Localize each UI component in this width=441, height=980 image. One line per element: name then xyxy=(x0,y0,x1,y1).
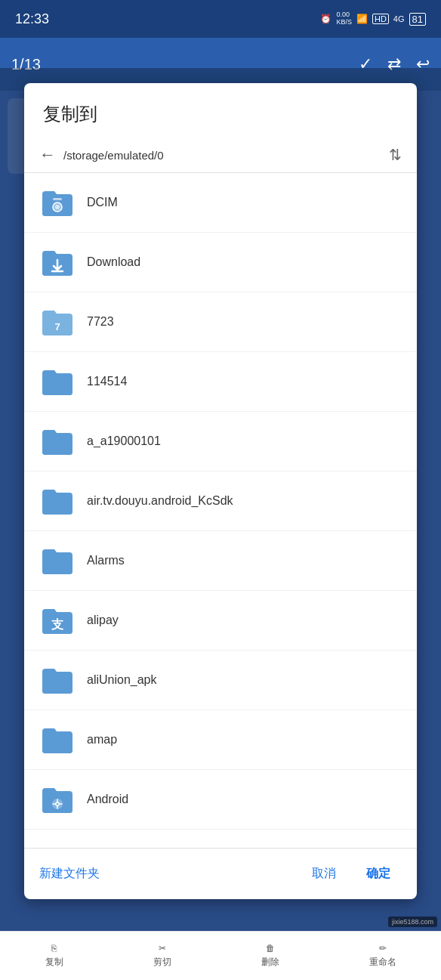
copy-label: 复制 xyxy=(45,956,63,969)
alarm-icon: ⏰ xyxy=(320,14,332,24)
folder-icon-7723: 7 xyxy=(39,304,76,340)
pencil-icon: ✏ xyxy=(379,943,387,954)
folder-name-7723: 7723 xyxy=(87,315,114,329)
folder-name-aliunion: aliUnion_apk xyxy=(87,673,157,687)
modal-overlay: 复制到 ← /storage/emulated/0 ⇅ xyxy=(0,68,441,931)
status-bar: 12:33 ⏰ 0.00KB/S 📶 HD 4G 81 xyxy=(0,0,441,38)
bottom-bar-copy[interactable]: ⎘ 复制 xyxy=(45,943,63,969)
cancel-button[interactable]: 取消 xyxy=(301,860,347,888)
modal-title: 复制到 xyxy=(24,83,417,138)
battery-icon: 81 xyxy=(409,13,426,26)
folder-name-114514: 114514 xyxy=(87,375,127,388)
folder-name-alipay: alipay xyxy=(87,614,119,627)
cut-label: 剪切 xyxy=(153,956,171,969)
folder-name-airtv: air.tv.douyu.android_KcSdk xyxy=(87,494,233,508)
folder-item-aa19000101[interactable]: a_a19000101 xyxy=(24,412,417,471)
svg-rect-2 xyxy=(53,198,62,200)
sort-icon[interactable]: ⇅ xyxy=(389,146,402,164)
folder-name-android: Android xyxy=(87,793,128,806)
file-list: DCIM Download xyxy=(24,173,417,848)
folder-icon-aa19000101 xyxy=(39,423,76,459)
folder-icon-alipay: 支 xyxy=(39,602,76,638)
folder-item-android[interactable]: Android xyxy=(24,770,417,830)
folder-icon-114514 xyxy=(39,363,76,400)
path-bar: ← /storage/emulated/0 ⇅ xyxy=(24,138,417,173)
copy-to-dialog: 复制到 ← /storage/emulated/0 ⇅ xyxy=(24,83,417,899)
folder-item-download[interactable]: Download xyxy=(24,233,417,292)
folder-item-aplayerlog[interactable]: aplayerlog xyxy=(24,830,417,848)
folder-icon-download xyxy=(39,244,76,280)
folder-icon-amap xyxy=(39,722,76,758)
folder-item-7723[interactable]: 7 7723 xyxy=(24,292,417,352)
current-path: /storage/emulated/0 xyxy=(63,149,381,162)
folder-icon-android xyxy=(39,781,76,818)
hd-icon: HD xyxy=(372,14,389,24)
folder-item-alipay[interactable]: 支 alipay xyxy=(24,591,417,651)
bottom-bar-cut[interactable]: ✂ 剪切 xyxy=(153,943,171,969)
folder-icon-airtv xyxy=(39,483,76,519)
confirm-button[interactable]: 确定 xyxy=(355,860,402,888)
path-back-button[interactable]: ← xyxy=(39,145,56,165)
data-speed: 0.00KB/S xyxy=(336,11,352,26)
scissors-icon: ✂ xyxy=(159,943,166,954)
modal-actions: 新建文件夹 取消 确定 xyxy=(24,848,417,899)
svg-point-1 xyxy=(55,205,60,209)
bottom-bar: ⎘ 复制 ✂ 剪切 🗑 删除 ✏ 重命名 xyxy=(0,931,441,980)
folder-icon-alarms xyxy=(39,543,76,579)
folder-item-alarms[interactable]: Alarms xyxy=(24,531,417,591)
folder-icon-dcim xyxy=(39,184,76,221)
bottom-bar-delete[interactable]: 🗑 删除 xyxy=(261,943,279,969)
folder-name-download: Download xyxy=(87,255,140,269)
new-folder-button[interactable]: 新建文件夹 xyxy=(39,866,100,882)
folder-name-alarms: Alarms xyxy=(87,554,125,567)
folder-icon-aliunion xyxy=(39,662,76,698)
copy-icon: ⎘ xyxy=(51,943,57,954)
delete-label: 删除 xyxy=(261,956,279,969)
folder-name-dcim: DCIM xyxy=(87,196,118,209)
folder-item-amap[interactable]: amap xyxy=(24,710,417,770)
status-time: 12:33 xyxy=(15,11,49,27)
wifi-icon: 📶 xyxy=(356,14,368,24)
rename-label: 重命名 xyxy=(369,956,396,969)
folder-item-aliunion[interactable]: aliUnion_apk xyxy=(24,651,417,710)
folder-item-114514[interactable]: 114514 xyxy=(24,352,417,412)
svg-text:支: 支 xyxy=(51,618,64,631)
folder-icon-aplayerlog xyxy=(39,841,76,848)
svg-text:7: 7 xyxy=(54,321,60,332)
trash-icon: 🗑 xyxy=(266,943,275,954)
folder-name-amap: amap xyxy=(87,733,117,747)
folder-name-aa19000101: a_a19000101 xyxy=(87,434,161,448)
folder-item-airtv[interactable]: air.tv.douyu.android_KcSdk xyxy=(24,471,417,531)
folder-item-dcim[interactable]: DCIM xyxy=(24,173,417,233)
status-icons: ⏰ 0.00KB/S 📶 HD 4G 81 xyxy=(320,11,426,26)
bottom-bar-rename[interactable]: ✏ 重命名 xyxy=(369,943,396,969)
lte-icon: 4G xyxy=(393,14,405,23)
